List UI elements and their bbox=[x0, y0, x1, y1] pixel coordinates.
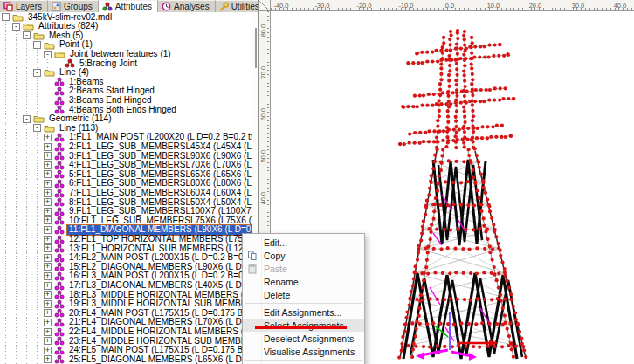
tree-guide bbox=[12, 96, 23, 106]
expand-box-icon[interactable]: + bbox=[44, 355, 52, 363]
tree-item-label: 22:FL4_MIDDLE HORIZONTAL MEMBERS (L60X6 … bbox=[67, 327, 252, 337]
expand-box-icon[interactable]: + bbox=[44, 291, 52, 299]
tree-guide bbox=[23, 225, 33, 235]
tree-item-label: 17:FL3_DIAGONAL MEMBERS (L40X5 (L D=0.04… bbox=[67, 281, 252, 291]
menu-item-select-assignments[interactable]: Select Assignments bbox=[243, 319, 364, 332]
tree-guide bbox=[12, 179, 23, 189]
collapse-box-icon[interactable]: - bbox=[33, 124, 41, 132]
tree-guide bbox=[12, 225, 23, 235]
tree-item[interactable]: +17:FL3_DIAGONAL MEMBERS (L40X5 (L D=0.0… bbox=[2, 281, 252, 291]
tree-guide bbox=[2, 244, 12, 254]
tree-guide bbox=[23, 327, 33, 337]
expand-box-icon[interactable]: + bbox=[44, 272, 52, 280]
menu-item-visualise-assignments[interactable]: Visualise Assignments bbox=[243, 345, 364, 358]
expand-box-icon[interactable]: + bbox=[44, 244, 52, 252]
tree-item[interactable]: +12:FL1_TOP HORIZONTAL MEMBERS (L75X6 (L… bbox=[2, 235, 252, 244]
tree-guide bbox=[2, 291, 12, 300]
tree-guide bbox=[2, 271, 12, 281]
tree-guide bbox=[12, 161, 23, 170]
expand-box-icon[interactable]: + bbox=[44, 337, 52, 345]
expand-box-icon[interactable]: + bbox=[44, 300, 52, 308]
menu-item-delete[interactable]: Delete bbox=[243, 288, 364, 301]
expand-box-icon[interactable]: + bbox=[44, 134, 52, 141]
tree-guide bbox=[12, 189, 23, 198]
collapse-box-icon[interactable]: - bbox=[12, 23, 20, 31]
line-attribute-icon bbox=[54, 77, 65, 86]
line-attribute-icon bbox=[54, 271, 65, 281]
tree-guide bbox=[2, 78, 12, 87]
tree-guide bbox=[12, 244, 23, 254]
collapse-box-icon[interactable]: - bbox=[33, 41, 41, 49]
utilities-icon bbox=[219, 2, 229, 11]
folder-icon bbox=[33, 114, 45, 123]
tree-item[interactable]: +2:FL1_LEG_SUB_MEMBERSL45X4 (L45X4 (L D=… bbox=[2, 142, 252, 152]
tree-guide bbox=[2, 170, 12, 180]
expand-box-icon[interactable]: + bbox=[44, 309, 52, 317]
tree-item[interactable]: 3:Beams End Hinged bbox=[2, 96, 154, 106]
expand-box-icon[interactable]: + bbox=[44, 263, 52, 271]
expand-box-icon[interactable]: + bbox=[44, 189, 52, 197]
expand-box-icon[interactable]: + bbox=[44, 236, 52, 244]
tree-item-label: Joint between features (1) bbox=[68, 50, 173, 59]
expand-box-icon[interactable]: + bbox=[44, 282, 52, 290]
tree-guide bbox=[12, 346, 23, 355]
tree-scrollbar-thumb[interactable] bbox=[255, 28, 257, 68]
expand-box-icon[interactable]: + bbox=[44, 347, 52, 354]
tree-guide bbox=[12, 299, 23, 309]
expand-box-icon[interactable]: + bbox=[44, 143, 52, 151]
menu-item-edit-assignments[interactable]: Edit Assignments... bbox=[243, 306, 364, 319]
expand-box-icon[interactable]: + bbox=[44, 152, 52, 160]
tree-guide bbox=[12, 133, 23, 142]
tree-guide bbox=[23, 152, 33, 161]
tree-guide bbox=[12, 271, 23, 281]
menu-item-rename[interactable]: Rename bbox=[243, 275, 364, 288]
tree-guide bbox=[2, 355, 12, 364]
horizontal-ruler: -40.0-30.0-20.0-10.00.010.020.030.040.0 bbox=[271, 0, 634, 11]
menu-item-deselect-assignments[interactable]: Deselect Assignments bbox=[243, 332, 364, 345]
tree-guide bbox=[2, 327, 12, 337]
tree-item[interactable]: +7:FL1_LEG_SUB_MEMBERSL60X4 (L60X4 (L D=… bbox=[2, 189, 252, 198]
tree-guide bbox=[33, 133, 44, 142]
tree-guide bbox=[2, 299, 12, 309]
collapse-box-icon[interactable]: - bbox=[23, 115, 31, 123]
annotation-red-underline bbox=[255, 326, 347, 329]
menu-item-edit[interactable]: Edit... bbox=[243, 236, 364, 249]
tab-label: Groups bbox=[64, 2, 93, 11]
tree-guide bbox=[23, 337, 33, 347]
tree-guide bbox=[23, 133, 33, 142]
collapse-box-icon[interactable]: - bbox=[33, 69, 41, 77]
expand-box-icon[interactable]: + bbox=[44, 328, 52, 336]
tree-item[interactable]: -Joint between features (1) bbox=[2, 50, 173, 59]
tree-item[interactable]: +22:FL4_MIDDLE HORIZONTAL MEMBERS (L60X6… bbox=[2, 327, 252, 337]
tab-layers[interactable]: Layers bbox=[0, 0, 48, 12]
line-attribute-icon bbox=[54, 225, 65, 235]
tree-guide bbox=[23, 263, 33, 272]
tree-guide bbox=[23, 50, 33, 59]
expand-box-icon[interactable]: + bbox=[44, 170, 52, 178]
expand-box-icon[interactable]: + bbox=[44, 254, 52, 262]
tab-analyses[interactable]: Analyses bbox=[158, 0, 216, 12]
expand-box-icon[interactable]: + bbox=[44, 180, 52, 188]
tree-guide bbox=[2, 318, 12, 327]
tree-item-label: 12:FL1_TOP HORIZONTAL MEMBERS (L75X6 (L … bbox=[67, 235, 252, 244]
v-ruler-label: 60.0 bbox=[259, 102, 268, 127]
menu-item-label: Edit Assignments... bbox=[261, 307, 341, 318]
menu-item-label: Visualise Assignments bbox=[261, 347, 355, 357]
expand-box-icon[interactable]: + bbox=[44, 226, 52, 234]
collapse-box-icon[interactable]: - bbox=[44, 51, 52, 58]
tab-attributes[interactable]: Attributes bbox=[99, 0, 158, 12]
expand-box-icon[interactable]: + bbox=[44, 208, 52, 216]
menu-item-copy[interactable]: Copy bbox=[243, 249, 364, 262]
expand-box-icon[interactable]: + bbox=[44, 198, 52, 206]
line-attribute-icon bbox=[54, 299, 65, 309]
tree-guide bbox=[23, 40, 33, 50]
tab-label: Attributes bbox=[115, 2, 152, 11]
expand-box-icon[interactable]: + bbox=[44, 161, 52, 169]
collapse-box-icon[interactable]: - bbox=[2, 13, 10, 21]
line-attribute-icon bbox=[54, 207, 65, 216]
expand-box-icon[interactable]: + bbox=[44, 319, 52, 326]
expand-box-icon[interactable]: + bbox=[44, 216, 52, 224]
collapse-box-icon[interactable]: - bbox=[23, 31, 31, 39]
tab-groups[interactable]: Groups bbox=[48, 0, 99, 12]
line-attribute-icon bbox=[54, 290, 65, 299]
